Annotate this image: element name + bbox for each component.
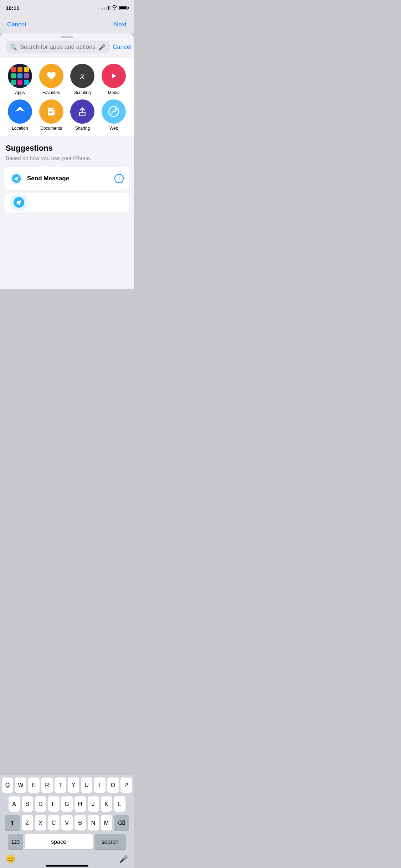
suggestions-title: Suggestions [6, 144, 128, 153]
suggestion-name: Send Message [27, 175, 110, 182]
category-location-label: Location [12, 126, 28, 131]
category-sharing-label: Sharing [75, 126, 90, 131]
bg-header: Cancel Next [0, 16, 134, 33]
battery-icon [119, 6, 128, 10]
bg-next-label: Next [114, 21, 127, 28]
category-media-label: Media [108, 90, 120, 95]
suggestion-items: Send Message i [4, 164, 129, 214]
svg-point-7 [115, 108, 117, 110]
sharing-icon [70, 99, 94, 124]
suggestions-section: Suggestions Based on how you use your iP… [0, 136, 134, 164]
media-icon [102, 64, 126, 88]
bg-cancel-label: Cancel [7, 21, 26, 28]
partial-telegram-icon [10, 193, 28, 211]
status-bar: 10:11 [0, 0, 134, 16]
sheet-handle [0, 33, 134, 39]
search-input[interactable] [20, 43, 96, 51]
suggestion-send-message[interactable]: Send Message i [4, 167, 129, 190]
category-scripting[interactable]: x Scripting [68, 64, 97, 95]
category-sharing[interactable]: Sharing [68, 99, 97, 131]
cancel-button[interactable]: Cancel [113, 43, 132, 51]
category-apps-label: Apps [15, 90, 25, 95]
search-icon: 🔍 [10, 44, 17, 51]
category-scripting-label: Scripting [74, 90, 91, 95]
suggestion-partial[interactable] [4, 193, 129, 212]
favorites-icon [39, 64, 63, 88]
category-favorites-label: Favorites [42, 90, 60, 95]
category-web-label: Web [109, 126, 118, 131]
svg-rect-3 [49, 111, 53, 112]
divider-3 [4, 164, 129, 164]
category-documents[interactable]: Documents [37, 99, 66, 131]
apps-icon [8, 64, 32, 88]
scripting-icon: x [70, 64, 94, 88]
suggestions-subtitle: Based on how you use your iPhone. [6, 155, 128, 161]
svg-rect-4 [49, 112, 52, 113]
category-documents-label: Documents [40, 126, 62, 131]
category-location[interactable]: Location [6, 99, 34, 131]
status-time: 10:11 [6, 5, 19, 11]
status-icons [102, 5, 128, 11]
mic-icon[interactable]: 🎤 [98, 44, 106, 51]
search-bar[interactable]: 🔍 🎤 [6, 41, 110, 53]
category-favorites[interactable]: Favorites [37, 64, 66, 95]
categories-grid: Apps Favorites x Scripting [6, 64, 128, 131]
documents-icon [39, 99, 63, 124]
category-web[interactable]: Web [99, 99, 128, 131]
info-button[interactable]: i [114, 174, 124, 183]
wifi-icon [112, 5, 117, 11]
category-media[interactable]: Media [99, 64, 128, 95]
sheet-handle-bar [61, 36, 73, 38]
location-icon [8, 99, 32, 124]
web-icon [102, 99, 126, 124]
signal-dots-icon [102, 6, 109, 10]
svg-text:x: x [80, 71, 85, 81]
categories-section: Apps Favorites x Scripting [0, 58, 134, 136]
search-container: 🔍 🎤 Cancel [0, 39, 134, 58]
bottom-sheet: 🔍 🎤 Cancel [0, 33, 134, 289]
category-apps[interactable]: Apps [6, 64, 34, 95]
telegram-icon [10, 172, 23, 185]
